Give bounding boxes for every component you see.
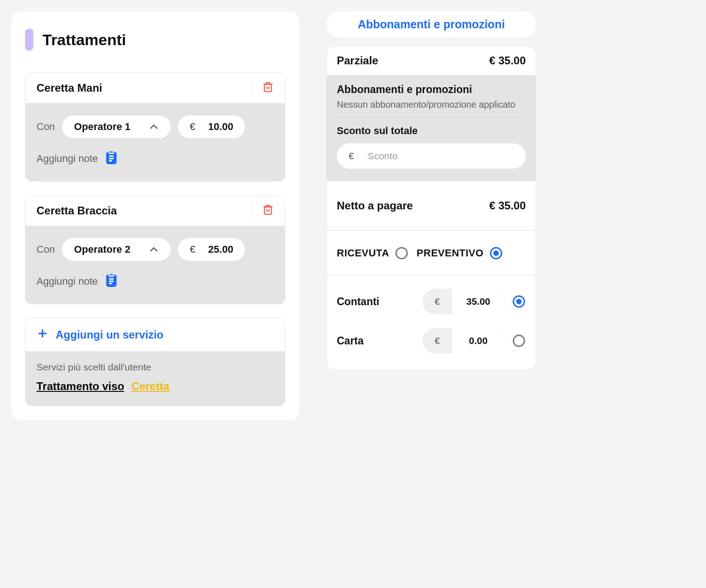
pay-card-row: Carta € 0.00 <box>337 328 526 354</box>
pay-cash-row: Contanti € 35.00 <box>337 289 526 314</box>
euro-icon: € <box>423 297 452 307</box>
panel-title-row: Trattamenti <box>25 25 285 59</box>
service-header: Ceretta Braccia <box>26 196 285 226</box>
partial-row: Parziale € 35.00 <box>327 46 536 75</box>
discount-input[interactable]: € Sconto <box>337 143 526 169</box>
pay-card-input[interactable]: € 0.00 <box>423 328 505 354</box>
net-label: Netto a pagare <box>337 199 413 212</box>
doc-quote-option[interactable]: PREVENTIVO <box>417 246 503 260</box>
svg-point-11 <box>513 335 524 346</box>
totals-panel: Parziale € 35.00 Abbonamenti e promozion… <box>326 46 536 370</box>
service-header: Ceretta Mani <box>26 73 285 104</box>
discount-label: Sconto sul totale <box>337 125 526 137</box>
operator-value: Operatore 2 <box>74 244 131 255</box>
partial-label: Parziale <box>337 54 378 67</box>
radio-selected-icon[interactable] <box>512 295 526 308</box>
net-value: € 35.00 <box>489 199 526 212</box>
suggestion-link-1[interactable]: Trattamento viso <box>37 380 124 393</box>
radio-unselected-icon[interactable] <box>512 334 526 348</box>
radio-unselected-icon <box>395 246 408 260</box>
add-service-label: Aggiungi un servizio <box>56 328 163 341</box>
operator-dropdown[interactable]: Operatore 1 <box>62 115 171 138</box>
radio-selected-icon <box>489 246 503 260</box>
document-type-row: RICEVUTA PREVENTIVO <box>327 231 536 276</box>
euro-icon: € <box>190 121 195 133</box>
pay-cash-value: 35.00 <box>452 289 505 314</box>
panel-title: Trattamenti <box>42 31 126 49</box>
svg-rect-5 <box>109 273 114 276</box>
price-value: 25.00 <box>208 244 233 255</box>
promotions-none-text: Nessun abbonamento/promozione applicato <box>337 99 526 118</box>
clipboard-icon <box>105 273 118 290</box>
euro-icon: € <box>190 244 195 255</box>
accent-pill <box>25 29 33 51</box>
pay-card-label: Carta <box>337 335 415 347</box>
chevron-up-icon <box>149 121 159 133</box>
net-row: Netto a pagare € 35.00 <box>327 181 536 231</box>
svg-point-6 <box>396 248 407 259</box>
add-service-card: Aggiungi un servizio Servizi più scelti … <box>25 318 285 406</box>
promotions-box-title: Abbonamenti e promozioni <box>337 83 526 96</box>
delete-service-button[interactable] <box>251 204 274 218</box>
plus-icon <box>37 328 48 342</box>
operator-value: Operatore 1 <box>74 121 131 133</box>
operator-label: Con <box>37 121 55 133</box>
euro-icon: € <box>423 336 452 346</box>
clipboard-icon <box>105 150 118 167</box>
notes-label: Aggiungi note <box>37 153 98 165</box>
price-input[interactable]: € 25.00 <box>178 238 245 261</box>
add-service-button[interactable]: Aggiungi un servizio <box>26 318 285 352</box>
operator-label: Con <box>37 244 55 255</box>
service-name: Ceretta Braccia <box>37 204 117 217</box>
service-card: Ceretta Braccia Con Operatore 2 <box>25 195 285 304</box>
suggestion-link-2[interactable]: Ceretta <box>131 380 169 393</box>
payment-section: Contanti € 35.00 Carta € 0.00 <box>327 276 536 370</box>
pay-cash-label: Contanti <box>337 296 415 308</box>
add-notes-button[interactable]: Aggiungi note <box>37 150 274 167</box>
doc-receipt-label: RICEVUTA <box>337 247 389 259</box>
service-card: Ceretta Mani Con Operatore 1 <box>25 73 285 182</box>
doc-quote-label: PREVENTIVO <box>417 247 484 259</box>
svg-rect-2 <box>109 151 114 153</box>
suggestions-label: Servizi più scelti dall'utente <box>37 362 274 373</box>
trash-icon <box>262 81 274 95</box>
svg-rect-0 <box>264 84 271 92</box>
pay-card-value: 0.00 <box>452 328 505 354</box>
doc-receipt-option[interactable]: RICEVUTA <box>337 246 408 260</box>
service-body: Con Operatore 2 € 25.00 Aggiungi note <box>26 226 285 304</box>
service-name: Ceretta Mani <box>37 82 102 94</box>
price-value: 10.00 <box>208 121 233 133</box>
notes-label: Aggiungi note <box>37 276 98 287</box>
delete-service-button[interactable] <box>251 81 274 95</box>
svg-point-8 <box>493 250 499 256</box>
discount-placeholder: Sconto <box>368 151 397 161</box>
add-notes-button[interactable]: Aggiungi note <box>37 273 274 290</box>
promotions-box: Abbonamenti e promozioni Nessun abboname… <box>327 75 536 181</box>
trash-icon <box>262 204 274 218</box>
treatments-panel: Trattamenti Ceretta Mani Con Operatore 1 <box>11 11 299 420</box>
chevron-up-icon <box>149 244 159 255</box>
euro-icon: € <box>349 151 354 161</box>
pay-cash-input[interactable]: € 35.00 <box>423 289 505 314</box>
service-body: Con Operatore 1 € 10.00 Aggiungi note <box>26 104 285 181</box>
svg-rect-3 <box>264 207 271 214</box>
suggestions-box: Servizi più scelti dall'utente Trattamen… <box>26 352 285 406</box>
svg-point-10 <box>516 299 522 304</box>
partial-value: € 35.00 <box>489 54 526 67</box>
price-input[interactable]: € 10.00 <box>178 115 245 138</box>
promotions-button[interactable]: Abbonamenti e promozioni <box>326 11 536 37</box>
operator-dropdown[interactable]: Operatore 2 <box>62 238 171 261</box>
